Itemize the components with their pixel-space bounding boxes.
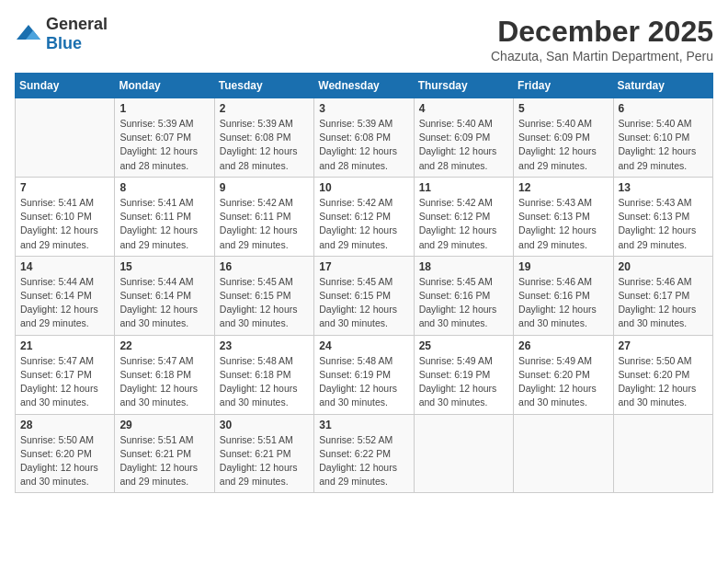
- day-info: Sunrise: 5:47 AM Sunset: 6:18 PM Dayligh…: [119, 354, 209, 410]
- calendar-cell: 19Sunrise: 5:46 AM Sunset: 6:16 PM Dayli…: [514, 256, 613, 335]
- location-subtitle: Chazuta, San Martin Department, Peru: [491, 49, 713, 63]
- calendar-cell: 27Sunrise: 5:50 AM Sunset: 6:20 PM Dayli…: [613, 335, 712, 414]
- day-info: Sunrise: 5:44 AM Sunset: 6:14 PM Dayligh…: [119, 275, 209, 331]
- month-year-title: December 2025: [491, 15, 713, 49]
- calendar-cell: 24Sunrise: 5:48 AM Sunset: 6:19 PM Dayli…: [314, 335, 414, 414]
- day-info: Sunrise: 5:50 AM Sunset: 6:20 PM Dayligh…: [20, 433, 109, 489]
- day-number: 6: [619, 102, 708, 115]
- day-info: Sunrise: 5:44 AM Sunset: 6:14 PM Dayligh…: [20, 275, 109, 331]
- calendar-cell: 7Sunrise: 5:41 AM Sunset: 6:10 PM Daylig…: [16, 177, 115, 256]
- column-header-saturday: Saturday: [613, 74, 712, 98]
- day-info: Sunrise: 5:39 AM Sunset: 6:08 PM Dayligh…: [319, 117, 408, 173]
- calendar-cell: 29Sunrise: 5:51 AM Sunset: 6:21 PM Dayli…: [115, 414, 214, 493]
- day-info: Sunrise: 5:50 AM Sunset: 6:20 PM Dayligh…: [619, 354, 708, 410]
- calendar-cell: 12Sunrise: 5:43 AM Sunset: 6:13 PM Dayli…: [514, 177, 613, 256]
- day-info: Sunrise: 5:40 AM Sunset: 6:09 PM Dayligh…: [419, 117, 508, 173]
- calendar-cell: 4Sunrise: 5:40 AM Sunset: 6:09 PM Daylig…: [414, 98, 513, 178]
- day-number: 26: [518, 339, 608, 352]
- day-number: 24: [319, 339, 408, 352]
- column-header-wednesday: Wednesday: [314, 74, 414, 98]
- day-number: 30: [220, 419, 309, 431]
- day-number: 14: [20, 260, 109, 273]
- calendar-cell: 21Sunrise: 5:47 AM Sunset: 6:17 PM Dayli…: [16, 335, 115, 414]
- page-header: General Blue December 2025 Chazuta, San …: [15, 15, 713, 63]
- day-number: 25: [419, 339, 508, 352]
- logo-general-text: General: [46, 15, 108, 33]
- day-number: 21: [20, 339, 109, 352]
- day-number: 13: [619, 181, 708, 194]
- calendar-cell: 14Sunrise: 5:44 AM Sunset: 6:14 PM Dayli…: [16, 256, 115, 335]
- calendar-table: SundayMondayTuesdayWednesdayThursdayFrid…: [15, 73, 713, 493]
- calendar-cell: 5Sunrise: 5:40 AM Sunset: 6:09 PM Daylig…: [514, 98, 613, 178]
- day-number: 16: [220, 260, 309, 273]
- calendar-week-row: 28Sunrise: 5:50 AM Sunset: 6:20 PM Dayli…: [16, 414, 713, 493]
- day-info: Sunrise: 5:48 AM Sunset: 6:19 PM Dayligh…: [319, 354, 408, 410]
- day-info: Sunrise: 5:48 AM Sunset: 6:18 PM Dayligh…: [220, 354, 309, 410]
- day-number: 19: [518, 260, 608, 273]
- calendar-cell: 11Sunrise: 5:42 AM Sunset: 6:12 PM Dayli…: [414, 177, 513, 256]
- day-number: 29: [119, 419, 209, 431]
- day-info: Sunrise: 5:52 AM Sunset: 6:22 PM Dayligh…: [319, 433, 408, 489]
- calendar-week-row: 14Sunrise: 5:44 AM Sunset: 6:14 PM Dayli…: [16, 256, 713, 335]
- calendar-cell: 13Sunrise: 5:43 AM Sunset: 6:13 PM Dayli…: [613, 177, 712, 256]
- day-number: 12: [518, 181, 608, 194]
- calendar-cell: [613, 414, 712, 493]
- calendar-week-row: 21Sunrise: 5:47 AM Sunset: 6:17 PM Dayli…: [16, 335, 713, 414]
- day-number: 20: [619, 260, 708, 273]
- day-number: 5: [518, 102, 608, 115]
- column-header-thursday: Thursday: [414, 74, 513, 98]
- day-number: 17: [319, 260, 408, 273]
- day-info: Sunrise: 5:49 AM Sunset: 6:19 PM Dayligh…: [419, 354, 508, 410]
- calendar-cell: 9Sunrise: 5:42 AM Sunset: 6:11 PM Daylig…: [214, 177, 313, 256]
- day-info: Sunrise: 5:40 AM Sunset: 6:09 PM Dayligh…: [518, 117, 608, 173]
- day-info: Sunrise: 5:42 AM Sunset: 6:12 PM Dayligh…: [319, 196, 408, 252]
- calendar-cell: [514, 414, 613, 493]
- calendar-cell: 17Sunrise: 5:45 AM Sunset: 6:15 PM Dayli…: [314, 256, 414, 335]
- day-info: Sunrise: 5:43 AM Sunset: 6:13 PM Dayligh…: [518, 196, 608, 252]
- title-block: December 2025 Chazuta, San Martin Depart…: [491, 15, 713, 63]
- calendar-cell: 25Sunrise: 5:49 AM Sunset: 6:19 PM Dayli…: [414, 335, 513, 414]
- calendar-cell: 28Sunrise: 5:50 AM Sunset: 6:20 PM Dayli…: [16, 414, 115, 493]
- day-number: 28: [20, 419, 109, 431]
- day-info: Sunrise: 5:46 AM Sunset: 6:16 PM Dayligh…: [518, 275, 608, 331]
- day-number: 27: [619, 339, 708, 352]
- calendar-cell: 23Sunrise: 5:48 AM Sunset: 6:18 PM Dayli…: [214, 335, 313, 414]
- day-number: 10: [319, 181, 408, 194]
- calendar-cell: 8Sunrise: 5:41 AM Sunset: 6:11 PM Daylig…: [115, 177, 214, 256]
- logo-blue-text: Blue: [46, 34, 82, 52]
- day-info: Sunrise: 5:42 AM Sunset: 6:12 PM Dayligh…: [419, 196, 508, 252]
- calendar-cell: 16Sunrise: 5:45 AM Sunset: 6:15 PM Dayli…: [214, 256, 313, 335]
- calendar-cell: [414, 414, 513, 493]
- calendar-cell: 20Sunrise: 5:46 AM Sunset: 6:17 PM Dayli…: [613, 256, 712, 335]
- day-info: Sunrise: 5:40 AM Sunset: 6:10 PM Dayligh…: [619, 117, 708, 173]
- day-number: 22: [119, 339, 209, 352]
- day-number: 2: [220, 102, 309, 115]
- day-number: 1: [119, 102, 209, 115]
- day-info: Sunrise: 5:41 AM Sunset: 6:10 PM Dayligh…: [20, 196, 109, 252]
- day-info: Sunrise: 5:39 AM Sunset: 6:07 PM Dayligh…: [119, 117, 209, 173]
- day-info: Sunrise: 5:51 AM Sunset: 6:21 PM Dayligh…: [220, 433, 309, 489]
- calendar-cell: 18Sunrise: 5:45 AM Sunset: 6:16 PM Dayli…: [414, 256, 513, 335]
- day-number: 7: [20, 181, 109, 194]
- calendar-header-row: SundayMondayTuesdayWednesdayThursdayFrid…: [16, 74, 713, 98]
- calendar-cell: 2Sunrise: 5:39 AM Sunset: 6:08 PM Daylig…: [214, 98, 313, 178]
- column-header-tuesday: Tuesday: [214, 74, 313, 98]
- calendar-cell: 31Sunrise: 5:52 AM Sunset: 6:22 PM Dayli…: [314, 414, 414, 493]
- day-number: 8: [119, 181, 209, 194]
- day-number: 4: [419, 102, 508, 115]
- day-number: 9: [220, 181, 309, 194]
- column-header-sunday: Sunday: [16, 74, 115, 98]
- day-number: 18: [419, 260, 508, 273]
- calendar-cell: 15Sunrise: 5:44 AM Sunset: 6:14 PM Dayli…: [115, 256, 214, 335]
- day-number: 3: [319, 102, 408, 115]
- calendar-week-row: 1Sunrise: 5:39 AM Sunset: 6:07 PM Daylig…: [16, 98, 713, 178]
- calendar-week-row: 7Sunrise: 5:41 AM Sunset: 6:10 PM Daylig…: [16, 177, 713, 256]
- day-info: Sunrise: 5:39 AM Sunset: 6:08 PM Dayligh…: [220, 117, 309, 173]
- calendar-cell: 6Sunrise: 5:40 AM Sunset: 6:10 PM Daylig…: [613, 98, 712, 178]
- day-info: Sunrise: 5:45 AM Sunset: 6:15 PM Dayligh…: [319, 275, 408, 331]
- day-info: Sunrise: 5:45 AM Sunset: 6:15 PM Dayligh…: [220, 275, 309, 331]
- calendar-cell: [16, 98, 115, 178]
- calendar-cell: 10Sunrise: 5:42 AM Sunset: 6:12 PM Dayli…: [314, 177, 414, 256]
- day-info: Sunrise: 5:41 AM Sunset: 6:11 PM Dayligh…: [119, 196, 209, 252]
- day-info: Sunrise: 5:47 AM Sunset: 6:17 PM Dayligh…: [20, 354, 109, 410]
